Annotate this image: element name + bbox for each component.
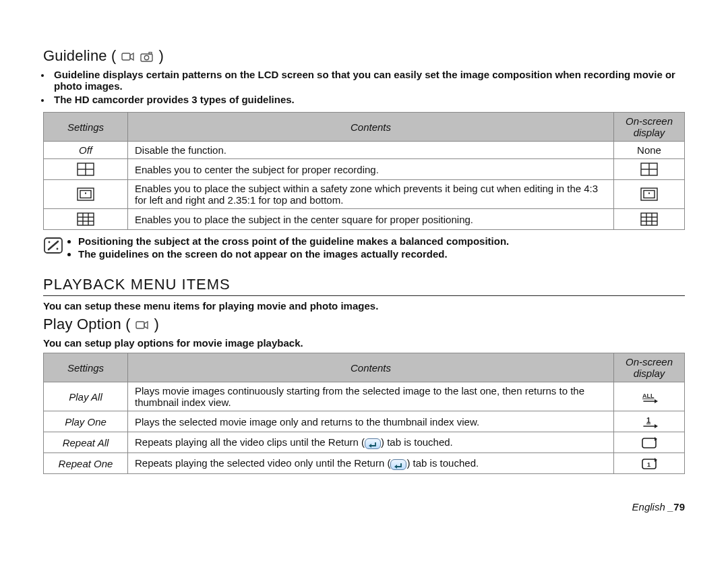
guideline-safety-icon [76, 187, 95, 202]
guideline-title-text: Guideline ( [43, 47, 117, 64]
svg-marker-1 [130, 53, 133, 60]
playoption-table: Settings Contents On-screen display Play… [43, 353, 685, 474]
svg-rect-19 [78, 213, 94, 225]
playoption-title-suffix: ) [154, 316, 159, 332]
svg-rect-12 [80, 191, 91, 198]
osd-cell [614, 159, 685, 180]
note-line: The guidelines on the screen do not appe… [78, 248, 509, 260]
svg-rect-0 [122, 53, 130, 60]
osd-cell: None [614, 142, 685, 159]
playoption-title: Play Option ( ) [43, 316, 685, 333]
svg-rect-24 [641, 213, 657, 225]
contents-cell: Enables you to center the subject for pr… [128, 159, 614, 180]
col-settings: Settings [44, 353, 128, 382]
osd-play-one-icon: 1 [640, 414, 659, 429]
playback-intro: You can setup these menu items for playi… [43, 300, 685, 312]
osd-cell: 1 [614, 411, 685, 432]
guideline-grid-icon [76, 212, 95, 227]
osd-cell [614, 209, 685, 230]
guideline-title-suffix: ) [159, 47, 164, 64]
setting-cell [44, 159, 128, 180]
svg-point-30 [49, 241, 51, 243]
guideline-bullets: Guideline displays certain patterns on t… [51, 69, 685, 105]
setting-cell: Repeat All [44, 432, 128, 453]
setting-cell: Repeat One [44, 453, 128, 474]
svg-rect-39 [642, 438, 656, 448]
table-row: Play OnePlays the selected movie image o… [44, 411, 685, 432]
svg-marker-37 [655, 424, 658, 428]
playoption-title-text: Play Option ( [43, 316, 131, 332]
svg-text:1: 1 [647, 461, 650, 468]
table-row: Repeat OneRepeats playing the selected v… [44, 453, 685, 474]
osd-cell: ALL [614, 382, 685, 411]
svg-text:1: 1 [646, 416, 650, 424]
svg-marker-38 [369, 444, 371, 448]
contents-cell: Repeats playing all the video clips unti… [128, 432, 614, 453]
osd-repeat-one-icon: 1 [640, 456, 659, 471]
contents-cell: Enables you to place the subject in the … [128, 209, 614, 230]
setting-cell [44, 209, 128, 230]
svg-text:ALL: ALL [642, 392, 655, 399]
svg-marker-35 [655, 399, 658, 403]
svg-rect-4 [149, 53, 152, 55]
camcorder-icon [121, 49, 135, 61]
footer-lang: English _ [632, 501, 674, 513]
svg-point-3 [145, 55, 149, 59]
svg-rect-32 [136, 322, 144, 328]
playoption-intro: You can setup play options for movie ima… [43, 337, 685, 349]
col-contents: Contents [128, 353, 614, 382]
contents-cell: Plays movie images continuously starting… [128, 382, 614, 411]
guideline-bullet: The HD camcorder provides 3 types of gui… [51, 94, 685, 105]
note-icon [43, 237, 63, 256]
table-row: OffDisable the function.None [44, 142, 685, 159]
svg-rect-16 [644, 191, 655, 198]
contents-cell: Plays the selected movie image only and … [128, 411, 614, 432]
contents-cell: Enables you to place the subject within … [128, 180, 614, 209]
camera-icon [140, 49, 154, 61]
guideline-note: Positioning the subject at the cross poi… [43, 235, 685, 261]
osd-cell [614, 180, 685, 209]
col-osd: On-screen display [614, 113, 685, 142]
guideline-cross-icon [76, 162, 95, 177]
osd-cell: 1 [614, 453, 685, 474]
osd-repeat-all-icon [640, 435, 659, 450]
table-row: Repeat AllRepeats playing all the video … [44, 432, 685, 453]
return-icon [390, 459, 406, 470]
setting-cell: Play One [44, 411, 128, 432]
guideline-bullet: Guideline displays certain patterns on t… [51, 69, 685, 92]
contents-cell: Disable the function. [128, 142, 614, 159]
svg-marker-33 [144, 322, 148, 328]
osd-play-all-icon: ALL [640, 389, 659, 404]
setting-cell: Play All [44, 382, 128, 411]
osd-grid-icon [640, 212, 659, 227]
osd-cross-icon [640, 162, 659, 177]
svg-point-31 [57, 248, 59, 250]
footer-page: 79 [673, 501, 685, 513]
contents-cell: Repeats playing the selected video only … [128, 453, 614, 474]
table-row: Play AllPlays movie images continuously … [44, 382, 685, 411]
col-osd: On-screen display [614, 353, 685, 382]
return-icon [365, 438, 381, 449]
table-row: Enables you to place the subject in the … [44, 209, 685, 230]
camcorder-icon [135, 318, 150, 330]
osd-safety-icon [640, 187, 659, 202]
note-line: Positioning the subject at the cross poi… [78, 235, 509, 247]
guideline-title: Guideline ( ) [43, 47, 685, 65]
svg-marker-41 [394, 465, 397, 469]
col-contents: Contents [128, 113, 614, 142]
setting-cell: Off [44, 142, 128, 159]
guideline-table: Settings Contents On-screen display OffD… [43, 112, 685, 230]
playback-title: PLAYBACK MENU ITEMS [43, 276, 685, 296]
setting-cell [44, 180, 128, 209]
col-settings: Settings [44, 113, 128, 142]
osd-cell [614, 432, 685, 453]
table-row: Enables you to center the subject for pr… [44, 159, 685, 180]
table-row: Enables you to place the subject within … [44, 180, 685, 209]
page-footer: English _79 [43, 501, 685, 513]
